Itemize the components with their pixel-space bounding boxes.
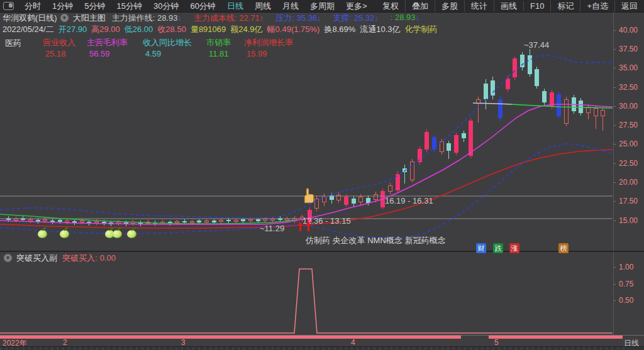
quick-badge[interactable]: 涨 <box>509 243 519 253</box>
arrow-stem <box>299 226 301 231</box>
h-scrollbar-thumb[interactable] <box>489 336 623 339</box>
h-scrollbar-thumb[interactable] <box>0 336 461 339</box>
apple-icon <box>38 230 47 238</box>
arrow-stem <box>308 226 309 231</box>
quick-badge[interactable]: 财 <box>476 243 486 253</box>
hand-pointer-icon <box>300 187 315 206</box>
quick-badge[interactable]: 跌 <box>493 243 503 253</box>
quick-badge[interactable]: 榜 <box>558 243 569 253</box>
apple-icon <box>113 230 122 238</box>
chart-annotation: ~11.29 <box>260 224 284 233</box>
apple-icon <box>60 230 69 238</box>
chart-overlay: ~37.4416.19 - 16.3112.36 - 13.15~11.29仿制… <box>0 0 644 350</box>
chart-annotation: 16.19 - 16.31 <box>385 196 433 205</box>
buy-signal-arrow-icon <box>297 221 303 231</box>
stock-chart-window: 分时1分钟5分钟15分钟30分钟60分钟日线周线月线多周期更多> 复权叠加多股统… <box>0 0 644 350</box>
chart-annotation: ~37.44 <box>524 40 549 50</box>
arrow-head <box>297 221 303 226</box>
concept-tags: 仿制药 央企改革 NMN概念 新冠药概念 <box>306 235 445 246</box>
buy-signal-arrow-icon <box>306 221 311 231</box>
apple-icon <box>127 230 136 238</box>
arrow-head <box>306 221 311 226</box>
